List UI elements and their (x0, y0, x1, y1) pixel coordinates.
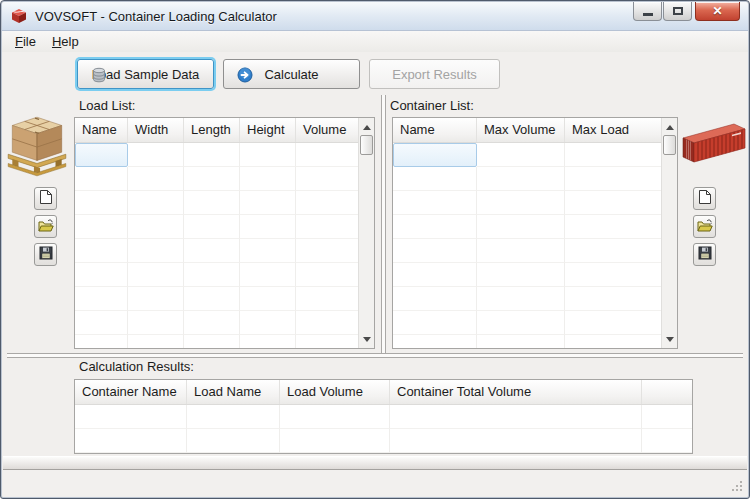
table-cell[interactable] (477, 215, 565, 239)
table-cell[interactable] (240, 335, 296, 348)
table-cell[interactable] (565, 311, 661, 335)
table-cell[interactable] (296, 143, 358, 167)
menu-help[interactable]: Help (44, 32, 87, 51)
table-cell[interactable] (565, 263, 661, 287)
table-cell[interactable] (240, 143, 296, 167)
table-cell[interactable] (240, 263, 296, 287)
table-cell[interactable] (393, 311, 477, 335)
load-sample-data-button[interactable]: Load Sample Data (77, 59, 214, 89)
scroll-up-button[interactable] (359, 119, 374, 135)
table-cell[interactable] (565, 239, 661, 263)
load-new-button[interactable] (34, 187, 57, 210)
table-cell[interactable] (75, 287, 128, 311)
table-cell[interactable] (296, 167, 358, 191)
selected-cell[interactable] (75, 143, 128, 167)
table-cell[interactable] (128, 287, 184, 311)
scroll-down-button[interactable] (662, 331, 677, 347)
table-cell[interactable] (184, 311, 240, 335)
table-cell[interactable] (280, 429, 390, 453)
scroll-thumb[interactable] (360, 135, 373, 155)
table-cell[interactable] (565, 287, 661, 311)
table-cell[interactable] (296, 335, 358, 348)
table-cell[interactable] (296, 311, 358, 335)
container-open-button[interactable] (693, 215, 716, 238)
table-cell[interactable] (75, 429, 187, 453)
table-cell[interactable] (128, 215, 184, 239)
table-cell[interactable] (184, 191, 240, 215)
table-cell[interactable] (128, 263, 184, 287)
table-cell[interactable] (393, 335, 477, 348)
table-cell[interactable] (642, 405, 692, 429)
table-cell[interactable] (393, 263, 477, 287)
table-cell[interactable] (184, 143, 240, 167)
table-cell[interactable] (642, 429, 692, 453)
table-cell[interactable] (565, 335, 661, 348)
table-cell[interactable] (184, 335, 240, 348)
load-list-table[interactable]: NameWidthLengthHeightVolume (74, 117, 375, 349)
table-cell[interactable] (393, 215, 477, 239)
table-cell[interactable] (128, 191, 184, 215)
table-cell[interactable] (565, 143, 661, 167)
table-cell[interactable] (240, 287, 296, 311)
table-cell[interactable] (184, 239, 240, 263)
close-button[interactable]: ✕ (695, 2, 740, 21)
table-cell[interactable] (296, 287, 358, 311)
table-cell[interactable] (75, 167, 128, 191)
table-cell[interactable] (187, 429, 280, 453)
table-cell[interactable] (565, 167, 661, 191)
table-cell[interactable] (128, 143, 184, 167)
minimize-button[interactable] (633, 2, 662, 21)
table-cell[interactable] (477, 311, 565, 335)
table-cell[interactable] (75, 215, 128, 239)
table-cell[interactable] (187, 405, 280, 429)
table-cell[interactable] (296, 215, 358, 239)
table-cell[interactable] (393, 239, 477, 263)
table-cell[interactable] (184, 287, 240, 311)
scroll-up-button[interactable] (662, 119, 677, 135)
table-cell[interactable] (75, 239, 128, 263)
table-cell[interactable] (75, 405, 187, 429)
calculation-results-table[interactable]: Container NameLoad NameLoad VolumeContai… (74, 379, 693, 454)
vertical-scrollbar[interactable] (358, 118, 374, 348)
scroll-down-button[interactable] (359, 331, 374, 347)
table-cell[interactable] (477, 335, 565, 348)
table-cell[interactable] (128, 239, 184, 263)
table-cell[interactable] (477, 239, 565, 263)
table-cell[interactable] (240, 167, 296, 191)
resize-grip[interactable] (731, 480, 744, 493)
table-cell[interactable] (75, 335, 128, 348)
table-cell[interactable] (477, 167, 565, 191)
table-cell[interactable] (240, 191, 296, 215)
maximize-button[interactable] (663, 2, 692, 21)
load-open-button[interactable] (34, 215, 57, 238)
table-cell[interactable] (240, 311, 296, 335)
selected-cell[interactable] (393, 143, 477, 167)
table-cell[interactable] (393, 191, 477, 215)
table-cell[interactable] (477, 263, 565, 287)
table-cell[interactable] (477, 287, 565, 311)
menu-file[interactable]: File (7, 32, 44, 51)
table-cell[interactable] (296, 239, 358, 263)
table-cell[interactable] (184, 263, 240, 287)
table-cell[interactable] (393, 287, 477, 311)
table-cell[interactable] (240, 239, 296, 263)
container-save-button[interactable] (693, 243, 716, 266)
calculate-button[interactable]: Calculate (223, 59, 360, 89)
table-cell[interactable] (240, 215, 296, 239)
table-cell[interactable] (75, 263, 128, 287)
table-cell[interactable] (128, 167, 184, 191)
table-cell[interactable] (565, 215, 661, 239)
table-cell[interactable] (565, 191, 661, 215)
table-cell[interactable] (280, 405, 390, 429)
table-cell[interactable] (477, 143, 565, 167)
table-cell[interactable] (75, 311, 128, 335)
table-cell[interactable] (393, 167, 477, 191)
table-cell[interactable] (128, 335, 184, 348)
table-cell[interactable] (477, 191, 565, 215)
table-cell[interactable] (184, 167, 240, 191)
vertical-scrollbar[interactable] (661, 118, 677, 348)
table-cell[interactable] (184, 215, 240, 239)
table-cell[interactable] (128, 311, 184, 335)
table-cell[interactable] (390, 429, 642, 453)
container-new-button[interactable] (693, 187, 716, 210)
